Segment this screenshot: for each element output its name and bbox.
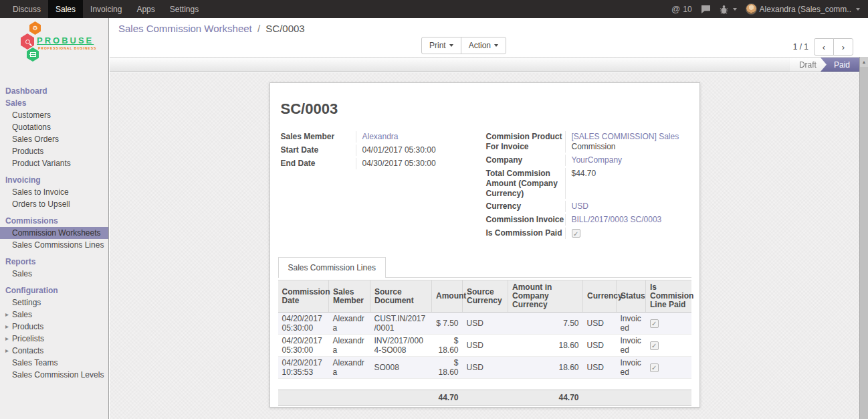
commission-product-link[interactable]: [SALES COMMISSION] Sales xyxy=(572,132,679,141)
record-title: SC/0003 xyxy=(281,100,691,118)
sidebar-item-label: Sales xyxy=(12,310,32,319)
sidebar-item-dashboard[interactable]: Dashboard xyxy=(0,85,108,97)
sidebar-section-configuration[interactable]: Configuration xyxy=(0,284,108,297)
field-label: Commission Invoice xyxy=(486,214,565,226)
cell-amount-company: 18.60 xyxy=(508,357,583,379)
sidebar-item-config-pricelists[interactable]: ▸ Pricelists xyxy=(0,333,108,345)
total-amount-company: 44.70 xyxy=(508,390,583,406)
field-end-date: End Date 04/30/2017 05:30:00 xyxy=(281,158,477,169)
sidebar-item-reports-sales[interactable]: Sales xyxy=(0,268,108,280)
cell-date: 04/20/2017 05:30:00 xyxy=(278,335,329,357)
cell-amount-company: 18.60 xyxy=(508,335,583,357)
scroll-up-icon: ▲ xyxy=(860,57,868,67)
pager-previous-button[interactable]: ‹ xyxy=(814,38,834,56)
app-menus: Discuss Sales Invoicing Apps Settings xyxy=(0,0,206,18)
table-row[interactable]: 04/20/2017 10:35:53 Alexandra SO008 $ 18… xyxy=(278,357,691,379)
print-button[interactable]: Print xyxy=(421,37,461,54)
sidebar-section-invoicing[interactable]: Invoicing xyxy=(0,174,108,186)
menu-apps[interactable]: Apps xyxy=(129,0,162,18)
column-sales-member[interactable]: Sales Member xyxy=(329,280,370,313)
sidebar-item-product-variants[interactable]: Product Variants xyxy=(0,157,108,169)
menu-settings[interactable]: Settings xyxy=(162,0,206,18)
sidebar-item-sales-commissions-lines[interactable]: Sales Commissions Lines xyxy=(0,239,108,251)
column-currency[interactable]: Currency xyxy=(583,280,617,313)
total-commission-value: $44.70 xyxy=(565,168,682,199)
sidebar-item-quotations[interactable]: Quotations xyxy=(0,121,108,133)
stage-draft[interactable]: Draft xyxy=(790,58,827,72)
checkbox-checked-icon xyxy=(650,319,659,328)
sidebar-section-commissions[interactable]: Commissions xyxy=(0,215,108,227)
cell-source: CUST.IN/2017/0001 xyxy=(370,313,432,335)
column-status[interactable]: Status xyxy=(617,280,646,313)
chevron-right-icon: › xyxy=(842,42,845,52)
sidebar-section-reports[interactable]: Reports xyxy=(0,256,108,268)
column-source-currency[interactable]: Source Currency xyxy=(463,280,508,313)
field-label: Start Date xyxy=(281,145,356,156)
end-date-value: 04/30/2017 05:30:00 xyxy=(356,158,477,169)
menu-invoicing[interactable]: Invoicing xyxy=(83,0,129,18)
menu-discuss[interactable]: Discuss xyxy=(5,0,48,18)
mention-count: 10 xyxy=(683,5,691,14)
field-currency: Currency USD xyxy=(486,201,682,212)
sales-member-link[interactable]: Alexandra xyxy=(362,132,399,141)
column-commission-date[interactable]: Commission Date xyxy=(278,280,329,313)
column-amount[interactable]: Amount xyxy=(432,280,463,313)
breadcrumb-parent-link[interactable]: Sales Commission Worksheet xyxy=(118,23,252,34)
bug-icon xyxy=(720,5,728,14)
total-amount: 44.70 xyxy=(432,390,463,406)
column-is-commission-line-paid[interactable]: Is Commision Line Paid xyxy=(646,280,691,313)
field-groups: Sales Member Alexandra Start Date 04/01/… xyxy=(281,131,691,241)
field-company: Company YourCompany xyxy=(486,155,682,166)
vertical-scrollbar[interactable]: ▲ xyxy=(859,57,868,419)
cell-amount: $ 18.60 xyxy=(432,335,463,357)
messages-button[interactable] xyxy=(701,5,711,13)
field-sales-member: Sales Member Alexandra xyxy=(281,131,477,143)
commission-lines-table: Commission Date Sales Member Source Docu… xyxy=(278,280,691,379)
column-source-document[interactable]: Source Document xyxy=(370,280,432,313)
table-row[interactable]: 04/20/2017 05:30:00 Alexandra CUST.IN/20… xyxy=(278,313,691,335)
sidebar-item-orders-to-upsell[interactable]: Orders to Upsell xyxy=(0,198,108,210)
at-icon: @ xyxy=(671,4,680,14)
sidebar-item-products[interactable]: Products xyxy=(0,145,108,157)
expand-arrow-icon: ▸ xyxy=(5,334,9,343)
sidebar-item-customers[interactable]: Customers xyxy=(0,109,108,121)
sidebar-item-sales-commission-levels[interactable]: Sales Commission Levels xyxy=(0,369,108,381)
debug-menu-button[interactable] xyxy=(720,5,737,14)
cell-member: Alexandra xyxy=(329,313,370,335)
sidebar-item-sales[interactable]: Sales xyxy=(0,97,108,109)
expand-arrow-icon: ▸ xyxy=(5,322,9,331)
cell-date: 04/20/2017 05:30:00 xyxy=(278,313,329,335)
breadcrumb-separator: / xyxy=(255,23,263,34)
cell-source-currency: USD xyxy=(463,335,508,357)
sidebar-item-config-sales[interactable]: ▸ Sales xyxy=(0,309,108,321)
systray: @ 10 Alexandra (Sales_comm.. xyxy=(671,0,868,18)
menu-sales[interactable]: Sales xyxy=(48,0,83,18)
currency-link[interactable]: USD xyxy=(572,201,588,211)
sidebar-item-sales-to-invoice[interactable]: Sales to Invoice xyxy=(0,186,108,198)
sidebar-item-config-contacts[interactable]: ▸ Contacts xyxy=(0,345,108,357)
expand-arrow-icon: ▸ xyxy=(5,346,9,355)
commission-invoice-link[interactable]: BILL/2017/0003 SC/0003 xyxy=(572,215,662,224)
sidebar-item-label: Contacts xyxy=(12,346,43,355)
sidebar-item-sales-orders[interactable]: Sales Orders xyxy=(0,133,108,145)
sidebar-item-sales-teams[interactable]: Sales Teams xyxy=(0,357,108,369)
start-date-value: 04/01/2017 05:30:00 xyxy=(356,145,477,156)
field-label: Is Commission Paid xyxy=(486,228,565,239)
caret-down-icon xyxy=(856,8,860,11)
column-amount-company-currency[interactable]: Amount in Company Currency xyxy=(508,280,583,313)
table-row[interactable]: 04/20/2017 05:30:00 Alexandra INV/2017/0… xyxy=(278,335,691,357)
mention-counter[interactable]: @ 10 xyxy=(671,4,692,14)
caret-down-icon xyxy=(733,8,737,11)
user-menu[interactable]: Alexandra (Sales_comm.. xyxy=(746,3,860,15)
cell-member: Alexandra xyxy=(329,357,370,379)
sidebar-item-settings[interactable]: Settings xyxy=(0,297,108,309)
totals-row: 44.70 44.70 xyxy=(278,390,691,406)
sidebar-item-commission-worksheets[interactable]: Commission Worksheets xyxy=(0,227,108,239)
tab-sales-commission-lines[interactable]: Sales Commission Lines xyxy=(278,257,386,278)
action-button[interactable]: Action xyxy=(461,37,506,54)
sidebar-item-config-products[interactable]: ▸ Products xyxy=(0,321,108,333)
pager-next-button[interactable]: › xyxy=(833,38,853,56)
company-link[interactable]: YourCompany xyxy=(572,155,623,165)
cell-currency: USD xyxy=(583,357,617,379)
table-header-row: Commission Date Sales Member Source Docu… xyxy=(278,280,691,313)
